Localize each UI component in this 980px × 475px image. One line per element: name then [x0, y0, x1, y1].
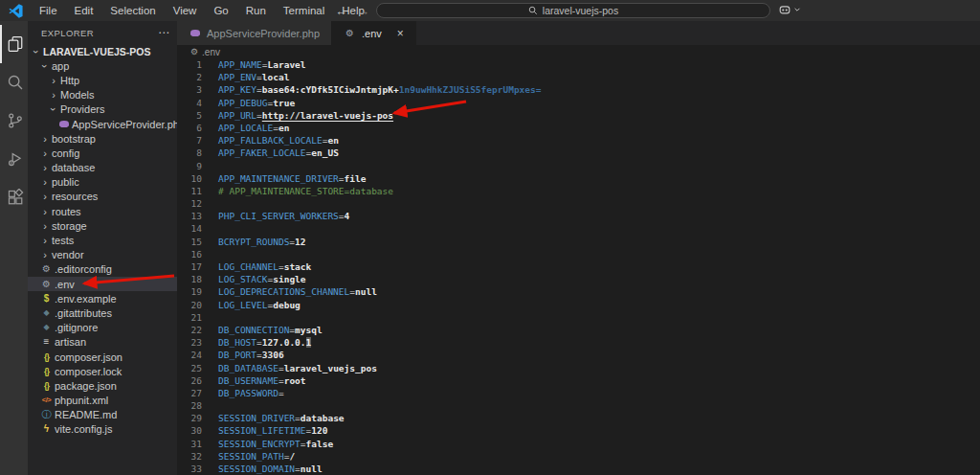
line-number: 7	[177, 134, 202, 147]
tree-folder-resources[interactable]: ›resources	[28, 190, 177, 204]
code-line-14[interactable]: 14	[177, 222, 980, 235]
json-icon: {}	[40, 367, 53, 376]
code-line-10[interactable]: 10APP_MAINTENANCE_DRIVER=file	[177, 172, 980, 185]
tree-file-phpunit-xml[interactable]: </>phpunit.xml	[28, 394, 177, 408]
tree-item-label: database	[52, 162, 95, 173]
back-arrow-icon[interactable]: ←	[335, 4, 347, 18]
code-line-16[interactable]: 16	[177, 248, 980, 260]
code-line-19[interactable]: 19LOG_DEPRECATIONS_CHANNEL=null	[177, 285, 980, 298]
code-line-8[interactable]: 8APP_FAKER_LOCALE=en_US	[177, 147, 980, 159]
code-line-28[interactable]: 28	[177, 399, 980, 412]
line-content: SESSION_LIFETIME=120	[218, 424, 327, 437]
menu-selection[interactable]: Selection	[102, 3, 163, 18]
code-line-26[interactable]: 26DB_USERNAME=root	[177, 374, 980, 387]
tree-folder-config[interactable]: ›config	[28, 146, 177, 160]
menu-edit[interactable]: Edit	[67, 3, 101, 18]
sidebar-title: EXPLORER	[41, 28, 94, 38]
code-line-33[interactable]: 33SESSION_DOMAIN=null	[177, 463, 980, 475]
line-content: LOG_CHANNEL=stack	[218, 260, 311, 273]
tree-file-gitattributes[interactable]: ◆.gitattributes	[28, 305, 177, 320]
tree-folder-models[interactable]: ›Models	[28, 88, 177, 102]
code-line-9[interactable]: 9	[177, 160, 980, 172]
tree-file-gitignore[interactable]: ◆.gitignore	[28, 321, 177, 335]
code-line-22[interactable]: 22DB_CONNECTION=mysql	[177, 324, 980, 336]
tree-folder-tests[interactable]: ›tests	[28, 233, 177, 247]
menu-terminal[interactable]: Terminal	[276, 3, 332, 18]
code-line-23[interactable]: 23DB_HOST=127.0.0.1	[177, 336, 980, 349]
code-line-5[interactable]: 5APP_URL=http://laravel-vuejs-pos	[177, 109, 980, 122]
tree-folder-bootstrap[interactable]: ›bootstrap	[28, 131, 177, 146]
tree-folder-laravel-vuejs-pos[interactable]: ›LARAVEL-VUEJS-POS	[28, 44, 177, 58]
tree-file-editorconfig[interactable]: ⚙.editorconfig	[28, 262, 177, 277]
token-key: APP_KEY	[218, 84, 256, 95]
code-line-29[interactable]: 29SESSION_DRIVER=database	[177, 412, 980, 424]
tree-folder-vendor[interactable]: ›vendor	[28, 248, 177, 262]
tree-folder-routes[interactable]: ›routes	[28, 204, 177, 218]
tree-file-readme-md[interactable]: ⓘREADME.md	[28, 408, 177, 422]
activity-extensions[interactable]	[0, 178, 28, 216]
code-line-11[interactable]: 11# APP_MAINTENANCE_STORE=database	[177, 185, 980, 197]
code-line-3[interactable]: 3APP_KEY=base64:cYDfk5ICiwJntmjpK+1n9uwH…	[177, 83, 980, 96]
tree-file-vite-config-js[interactable]: ϟvite.config.js	[28, 422, 177, 437]
forward-arrow-icon[interactable]: →	[357, 4, 369, 18]
more-actions-icon[interactable]: ⋯	[158, 26, 169, 39]
tree-file-composer-json[interactable]: {}composer.json	[28, 350, 177, 364]
code-line-20[interactable]: 20LOG_LEVEL=debug	[177, 299, 980, 311]
code-line-32[interactable]: 32SESSION_PATH=/	[177, 450, 980, 463]
code-line-21[interactable]: 21	[177, 311, 980, 324]
code-line-4[interactable]: 4APP_DEBUG=true	[177, 97, 980, 109]
close-icon[interactable]: ×	[397, 27, 404, 40]
code-line-27[interactable]: 27DB_PASSWORD=	[177, 387, 980, 399]
line-content: LOG_LEVEL=debug	[218, 299, 301, 311]
code-line-6[interactable]: 6APP_LOCALE=en	[177, 122, 980, 134]
code-line-17[interactable]: 17LOG_CHANNEL=stack	[177, 260, 980, 273]
code-line-12[interactable]: 12	[177, 197, 980, 210]
code-line-7[interactable]: 7APP_FALLBACK_LOCALE=en	[177, 134, 980, 147]
tree-folder-providers[interactable]: ›Providers	[28, 102, 177, 117]
line-content: APP_KEY=base64:cYDfk5ICiwJntmjpK+1n9uwHh…	[218, 83, 542, 96]
tree-item-label: composer.json	[55, 351, 122, 363]
menu-view[interactable]: View	[166, 3, 205, 18]
code-line-2[interactable]: 2APP_ENV=local	[177, 71, 980, 83]
line-content: APP_DEBUG=true	[218, 97, 295, 109]
tree-file-env[interactable]: ⚙.env	[28, 277, 177, 291]
activity-source-control[interactable]	[0, 102, 28, 140]
tree-folder-public[interactable]: ›public	[28, 175, 177, 190]
activity-explorer[interactable]	[0, 25, 28, 63]
tab-appserviceprovider-php[interactable]: AppServiceProvider.php	[177, 21, 332, 45]
activity-run-debug[interactable]	[0, 140, 28, 178]
tree-folder-storage[interactable]: ›storage	[28, 218, 177, 233]
tree-file-appserviceprovider-php[interactable]: AppServiceProvider.php	[28, 117, 177, 131]
menu-file[interactable]: File	[32, 3, 65, 18]
line-number: 26	[177, 374, 202, 387]
tab-label: AppServiceProvider.php	[207, 28, 320, 39]
tab-env[interactable]: ⚙.env×	[332, 21, 416, 45]
token-key: BCRYPT_ROUNDS	[218, 237, 289, 247]
code-line-31[interactable]: 31SESSION_ENCRYPT=false	[177, 438, 980, 450]
code-editor[interactable]: 1APP_NAME=Laravel2APP_ENV=local3APP_KEY=…	[177, 58, 980, 475]
info-icon: ⓘ	[40, 410, 53, 419]
tree-folder-http[interactable]: ›Http	[28, 73, 177, 87]
code-line-18[interactable]: 18LOG_STACK=single	[177, 273, 980, 285]
menu-run[interactable]: Run	[238, 3, 274, 18]
tree-file-artisan[interactable]: ≡artisan	[28, 335, 177, 350]
activity-search[interactable]	[0, 63, 28, 102]
code-line-13[interactable]: 13PHP_CLI_SERVER_WORKERS=4	[177, 210, 980, 222]
code-line-24[interactable]: 24DB_PORT=3306	[177, 349, 980, 361]
breadcrumb[interactable]: ⚙ .env	[177, 45, 980, 58]
command-center-search[interactable]: laravel-vuejs-pos	[376, 3, 770, 18]
tree-file-composer-lock[interactable]: {}composer.lock	[28, 364, 177, 378]
code-line-25[interactable]: 25DB_DATABASE=laravel_vuejs_pos	[177, 362, 980, 374]
tree-file-package-json[interactable]: {}package.json	[28, 378, 177, 393]
tree-folder-app[interactable]: ›app	[28, 58, 177, 73]
tree-folder-database[interactable]: ›database	[28, 161, 177, 175]
tree-file-env-example[interactable]: $.env.example	[28, 291, 177, 305]
menu-go[interactable]: Go	[206, 3, 235, 18]
token-val: true	[273, 98, 295, 108]
line-number: 20	[177, 299, 202, 311]
code-line-15[interactable]: 15BCRYPT_ROUNDS=12	[177, 236, 980, 248]
line-content: APP_FALLBACK_LOCALE=en	[218, 134, 339, 147]
code-line-1[interactable]: 1APP_NAME=Laravel	[177, 58, 980, 71]
copilot-menu[interactable]	[778, 3, 801, 16]
code-line-30[interactable]: 30SESSION_LIFETIME=120	[177, 424, 980, 437]
